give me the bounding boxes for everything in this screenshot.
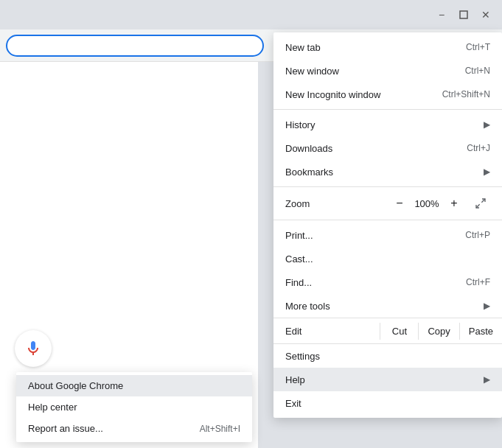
menu-item-cast[interactable]: Cast...	[273, 247, 502, 270]
zoom-row: Zoom − 100% +	[273, 190, 502, 217]
zoom-value: 100%	[411, 198, 443, 209]
omnibox-input[interactable]	[6, 35, 264, 57]
menu-item-new-incognito[interactable]: New Incognito window Ctrl+Shift+N	[273, 83, 502, 106]
separator-3	[273, 220, 502, 220]
menu-item-exit[interactable]: Exit	[273, 391, 502, 415]
help-submenu-report[interactable]: Report an issue... Alt+Shift+I	[16, 418, 252, 439]
menu-item-settings[interactable]: Settings	[273, 344, 502, 368]
svg-rect-0	[460, 11, 467, 18]
svg-line-6	[476, 204, 480, 208]
edit-row: Edit Cut Copy Paste	[273, 318, 502, 344]
help-submenu: About Google Chrome Help center Report a…	[16, 372, 252, 442]
copy-button[interactable]: Copy	[418, 323, 459, 340]
minimize-button[interactable]: −	[431, 4, 452, 25]
zoom-fullscreen-button[interactable]	[471, 194, 490, 213]
separator-1	[273, 109, 502, 110]
separator-2	[273, 186, 502, 187]
zoom-decrease-button[interactable]: −	[388, 194, 411, 213]
menu-item-find[interactable]: Find... Ctrl+F	[273, 270, 502, 294]
zoom-increase-button[interactable]: +	[443, 194, 465, 213]
help-submenu-about[interactable]: About Google Chrome	[16, 375, 252, 396]
menu-item-new-tab[interactable]: New tab Ctrl+T	[273, 35, 502, 59]
titlebar: − ✕	[0, 0, 502, 29]
menu-item-downloads[interactable]: Downloads Ctrl+J	[273, 136, 502, 160]
menu-item-print[interactable]: Print... Ctrl+P	[273, 223, 502, 247]
paste-button[interactable]: Paste	[459, 323, 502, 340]
help-submenu-center[interactable]: Help center	[16, 396, 252, 418]
menu-item-help[interactable]: Help ▶	[273, 368, 502, 391]
svg-line-5	[481, 199, 485, 203]
cut-button[interactable]: Cut	[380, 323, 418, 340]
zoom-controls: − 100% +	[388, 194, 490, 213]
menu-item-new-window[interactable]: New window Ctrl+N	[273, 59, 502, 83]
menu-item-history[interactable]: History ▶	[273, 113, 502, 136]
mic-button[interactable]	[15, 330, 52, 367]
restore-button[interactable]	[453, 4, 474, 25]
dropdown-menu: New tab Ctrl+T New window Ctrl+N New Inc…	[273, 32, 502, 418]
menu-item-bookmarks[interactable]: Bookmarks ▶	[273, 160, 502, 183]
menu-item-more-tools[interactable]: More tools ▶	[273, 294, 502, 318]
close-button[interactable]: ✕	[475, 4, 496, 25]
